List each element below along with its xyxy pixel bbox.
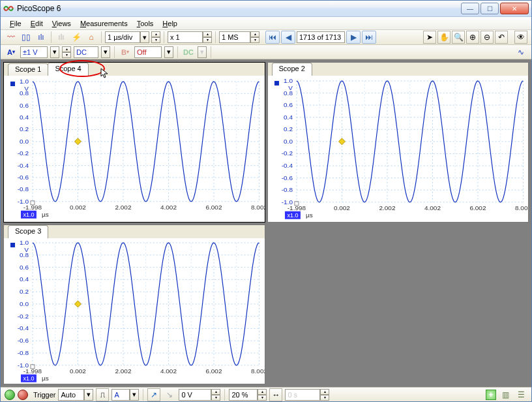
svg-text:2.002: 2.002 <box>115 367 131 374</box>
channel-b-label[interactable]: B▾ <box>119 46 132 58</box>
home-icon[interactable]: ⌂ <box>85 31 98 44</box>
buffer-first-icon[interactable]: ⏮ <box>265 31 280 44</box>
awg-icon[interactable]: ∿ <box>514 46 527 59</box>
timebase-dropdown[interactable]: ▾ <box>140 31 149 43</box>
persistence-mode-icon[interactable]: ▯▯ <box>20 31 33 44</box>
pretrigger-spinner[interactable]: ▴▾ <box>258 389 267 401</box>
svg-text:-0.8: -0.8 <box>281 186 293 193</box>
zoom-selection-icon[interactable]: 🔍 <box>452 31 465 44</box>
minimize-button[interactable]: — <box>461 3 479 14</box>
svg-text:0.4: 0.4 <box>20 114 29 121</box>
zoom-spinner[interactable]: ▴▾ <box>203 31 212 43</box>
buffer-next-icon[interactable]: ▶ <box>346 31 361 44</box>
close-button[interactable]: ✕ <box>500 3 529 14</box>
chart-1[interactable]: 1.0V0.80.60.40.20.0-0.2-0.4-0.6-0.8-1.0-… <box>4 76 265 222</box>
channel-b-range-dd[interactable]: ▾ <box>164 46 173 58</box>
svg-text:1.0: 1.0 <box>20 78 29 85</box>
scope-mode-icon[interactable]: 〰 <box>5 31 18 44</box>
timebase-spinner[interactable]: ▴▾ <box>151 31 160 43</box>
trigger-edge-icon[interactable]: ⎍ <box>96 388 109 401</box>
svg-text:-0.8: -0.8 <box>18 349 29 356</box>
tab-scope-4[interactable]: Scope 4 <box>48 63 88 76</box>
menu-file[interactable]: File <box>6 18 25 29</box>
signal-gen-icon[interactable]: ılı <box>55 31 68 44</box>
zoom-in-icon[interactable]: ⊕ <box>466 31 479 44</box>
pretrigger[interactable]: 20 % <box>229 389 258 401</box>
buffer-position[interactable]: 1713 of 1713 <box>297 31 345 43</box>
menu-measurements[interactable]: Measurements <box>76 18 132 29</box>
autosetup-icon[interactable]: ⚡ <box>70 31 83 44</box>
menu-edit[interactable]: Edit <box>27 18 47 29</box>
pointer-tool-icon[interactable]: ➤ <box>423 31 436 44</box>
bottombar: Trigger Auto▾ ⎍ A▾ ↗ ↘ 0 V▴▾ 20 %▴▾ ↔ 0 … <box>1 387 531 401</box>
svg-rect-112 <box>10 243 15 247</box>
channel-a-range-spinner[interactable]: ▴▾ <box>62 46 71 58</box>
channel-d-label[interactable] <box>215 46 228 58</box>
timebase-field[interactable]: 1 µs/div <box>105 31 140 43</box>
zoom-full-icon[interactable]: 👁 <box>514 31 527 44</box>
window-title: PicoScope 6 <box>17 4 461 13</box>
add-measurement-button[interactable]: + <box>486 390 496 400</box>
svg-text:-1.998: -1.998 <box>23 367 42 374</box>
app-window: PicoScope 6 — ☐ ✕ File Edit Views Measur… <box>0 0 532 402</box>
toolbar-main: 〰 ▯▯ ılı ılı ⚡ ⌂ 1 µs/div ▾ ▴▾ x 1 ▴▾ 1 … <box>1 30 531 45</box>
buffer-last-icon[interactable]: ⏭ <box>362 31 376 44</box>
menu-views[interactable]: Views <box>48 18 75 29</box>
channel-c-dd[interactable]: ▾ <box>198 46 207 58</box>
menu-help[interactable]: Help <box>158 18 181 29</box>
trigger-channel[interactable]: A <box>111 389 130 401</box>
channel-a-coupling-dd[interactable]: ▾ <box>101 46 110 58</box>
run-button[interactable] <box>5 390 15 400</box>
svg-text:2.002: 2.002 <box>115 204 131 211</box>
maximize-button[interactable]: ☐ <box>480 3 499 14</box>
delay-field: 0 s <box>285 389 320 401</box>
channel-a-label[interactable]: A▾ <box>5 46 18 58</box>
buffer-prev-icon[interactable]: ◀ <box>281 31 295 44</box>
samples-field[interactable]: 1 MS <box>219 31 250 43</box>
svg-text:8.002: 8.002 <box>515 204 528 211</box>
falling-edge-icon[interactable]: ↘ <box>163 388 176 401</box>
svg-text:-0.4: -0.4 <box>281 162 293 169</box>
svg-text:0.002: 0.002 <box>70 204 86 211</box>
menu-tools[interactable]: Tools <box>133 18 158 29</box>
channel-b-range[interactable]: Off <box>134 46 162 58</box>
scope-panel-2: Scope 2 1.0V0.80.60.40.20.0-0.2-0.4-0.6-… <box>267 62 529 223</box>
spectrum-mode-icon[interactable]: ılı <box>35 31 48 44</box>
svg-text:0.8: 0.8 <box>20 251 29 258</box>
samples-spinner[interactable]: ▴▾ <box>250 31 259 43</box>
svg-text:0.002: 0.002 <box>70 367 86 374</box>
svg-text:-0.6: -0.6 <box>18 337 29 344</box>
scope-panel-1: Scope 1 Scope 4 1.0V0.80.60.40.20.0-0.2-… <box>3 62 265 223</box>
tab-scope-1[interactable]: Scope 1 <box>8 63 48 76</box>
undo-zoom-icon[interactable]: ↶ <box>495 31 508 44</box>
cursor-pointer-icon <box>100 68 110 80</box>
zoom-field[interactable]: x 1 <box>168 31 203 43</box>
channel-a-coupling[interactable]: DC <box>74 46 98 58</box>
svg-text:0.0: 0.0 <box>284 138 293 145</box>
toolbar-channels: A▾ ±1 V ▾ ▴▾ DC ▾ B▾ Off ▾ DC ▾ ∿ <box>1 45 531 59</box>
channel-a-range-dd[interactable]: ▾ <box>50 46 59 58</box>
rising-edge-icon[interactable]: ↗ <box>147 388 160 401</box>
tab-scope-2[interactable]: Scope 2 <box>272 63 312 76</box>
rulers-icon[interactable]: ▥ <box>499 388 512 401</box>
chart-2[interactable]: 1.0V0.80.60.40.20.0-0.2-0.4-0.6-0.8-1.0-… <box>268 76 529 222</box>
svg-text:0.002: 0.002 <box>333 204 349 211</box>
trigger-channel-dd[interactable]: ▾ <box>130 389 139 401</box>
trigger-level-spinner[interactable]: ▴▾ <box>211 389 220 401</box>
trigger-level[interactable]: 0 V <box>179 389 211 401</box>
stop-button[interactable] <box>18 390 28 400</box>
pretrigger-icon[interactable]: ↔ <box>269 388 282 401</box>
svg-text:2.002: 2.002 <box>379 204 395 211</box>
zoom-out-icon[interactable]: ⊖ <box>480 31 494 44</box>
tab-scope-3[interactable]: Scope 3 <box>8 225 48 238</box>
svg-text:8.002: 8.002 <box>251 204 264 211</box>
svg-text:µs: µs <box>42 211 49 218</box>
svg-text:0.8: 0.8 <box>20 89 29 97</box>
hand-tool-icon[interactable]: ✋ <box>437 31 451 44</box>
notes-icon[interactable]: ☰ <box>514 388 527 401</box>
chart-3[interactable]: 1.0V0.80.60.40.20.0-0.2-0.4-0.6-0.8-1.0-… <box>4 238 265 384</box>
trigger-mode-dd[interactable]: ▾ <box>84 389 93 401</box>
channel-a-range[interactable]: ±1 V <box>20 46 48 58</box>
channel-c-label[interactable]: DC <box>182 46 195 58</box>
trigger-mode[interactable]: Auto <box>58 389 84 401</box>
